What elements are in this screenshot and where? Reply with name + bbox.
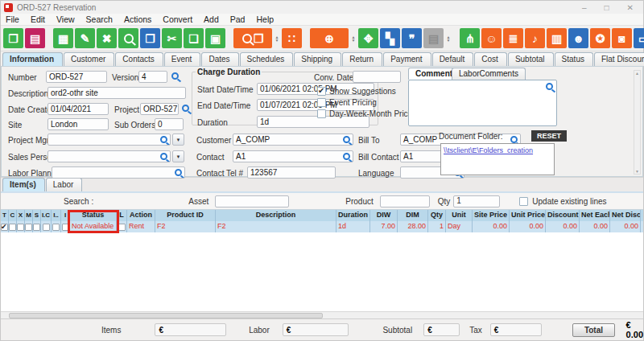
minimize-icon[interactable]: –: [582, 3, 587, 12]
delete-icon[interactable]: ✖: [97, 28, 117, 48]
col-header-unit-price[interactable]: Unit Price: [510, 210, 546, 221]
cell-diw[interactable]: 7.00: [370, 221, 398, 232]
comments-search-icon[interactable]: [546, 83, 553, 90]
project-mgr-field[interactable]: [47, 134, 171, 146]
tab-cost[interactable]: Cost: [474, 52, 507, 66]
cell-net-each[interactable]: 0.00: [580, 221, 610, 232]
cell-dim[interactable]: 28.00: [398, 221, 428, 232]
tab-dates[interactable]: Dates: [201, 52, 238, 66]
sales-person-dropdown[interactable]: ▼: [172, 150, 184, 162]
document-folder-link[interactable]: \\tsclient\E\Folders_creation: [444, 146, 533, 154]
col-header-net-disc[interactable]: Net Disc: [610, 210, 641, 221]
col-header-i[interactable]: I..: [52, 210, 61, 221]
qty-input[interactable]: 1: [453, 195, 500, 207]
menu-actions[interactable]: Actions: [124, 14, 151, 24]
col-header-t[interactable]: T: [1, 210, 9, 221]
product-input[interactable]: [380, 195, 430, 207]
menu-file[interactable]: File: [6, 14, 19, 24]
cell-duration[interactable]: 1d: [336, 221, 370, 232]
cell-status[interactable]: Not Available: [70, 221, 117, 232]
row-checkbox-s[interactable]: [33, 221, 41, 232]
tab-contacts[interactable]: Contacts: [115, 52, 163, 66]
row-checkbox-c[interactable]: [9, 221, 17, 232]
menu-pad[interactable]: Pad: [230, 14, 246, 24]
col-header-product-id[interactable]: Product ID: [155, 210, 216, 221]
music-icon[interactable]: ♪: [525, 28, 545, 48]
cell-l-check[interactable]: [117, 221, 127, 232]
copy-icon[interactable]: ❏: [184, 28, 204, 48]
col-header-description[interactable]: Description: [216, 210, 336, 221]
col-header-unit[interactable]: Unit: [446, 210, 473, 221]
menu-convert[interactable]: Convert: [163, 14, 192, 24]
paste-icon[interactable]: ▣: [205, 28, 225, 48]
row-checkbox-t[interactable]: [1, 221, 9, 232]
labor-planner-search-icon[interactable]: [175, 169, 182, 176]
notes-icon[interactable]: ≣: [503, 28, 523, 48]
tab-item-s[interactable]: Item(s): [2, 178, 45, 191]
save-icon[interactable]: ▦: [53, 28, 73, 48]
comments-box[interactable]: [408, 80, 557, 126]
col-header-site-price[interactable]: Site Price: [473, 210, 510, 221]
sales-person-search-icon[interactable]: [160, 153, 167, 160]
tab-customer[interactable]: Customer: [64, 52, 114, 66]
maximize-icon[interactable]: □: [605, 3, 609, 12]
tab-shipping[interactable]: Shipping: [294, 52, 341, 66]
project-search-icon[interactable]: [182, 105, 189, 112]
cell-discount[interactable]: 0.00: [546, 221, 580, 232]
menu-search[interactable]: Search: [86, 14, 113, 24]
col-header-x[interactable]: X: [17, 210, 25, 221]
col-header-m[interactable]: M: [25, 210, 33, 221]
options-dots-icon[interactable]: ∷: [282, 28, 302, 48]
toolbar-spinner[interactable]: ▲▼: [350, 28, 357, 48]
cell-unit[interactable]: Day: [446, 221, 473, 232]
col-header-action[interactable]: Action: [127, 210, 155, 221]
tab-labor[interactable]: Labor: [46, 178, 83, 191]
search-icon[interactable]: [118, 28, 138, 48]
tab-subtotal[interactable]: Subtotal: [508, 52, 554, 66]
close-icon[interactable]: ✕: [627, 3, 634, 12]
tab-schedules[interactable]: Schedules: [240, 52, 294, 66]
col-header-status[interactable]: Status: [70, 210, 117, 221]
number-field[interactable]: ORD-527: [46, 71, 107, 83]
edit-icon[interactable]: ✎: [75, 28, 95, 48]
project-mgr-search-icon[interactable]: [160, 136, 167, 143]
chat-person-icon[interactable]: ☻: [568, 28, 588, 48]
menu-edit[interactable]: Edit: [31, 14, 45, 24]
col-header-qty[interactable]: Qty: [428, 210, 446, 221]
version-field[interactable]: 4: [138, 71, 167, 83]
tab-labor-comments[interactable]: LaborComments: [452, 68, 526, 80]
tab-status[interactable]: Status: [555, 52, 593, 66]
site-field[interactable]: London: [47, 118, 109, 130]
project-field[interactable]: ORD-527: [140, 103, 179, 115]
cell-net-disc[interactable]: 0.00: [610, 221, 641, 232]
conv-date-field[interactable]: [353, 71, 401, 83]
tab-return[interactable]: Return: [342, 52, 382, 66]
cell-amount[interactable]: [641, 221, 643, 232]
date-created-field[interactable]: 01/04/2021: [47, 103, 109, 115]
scrollbar-thumb[interactable]: [9, 313, 323, 318]
project-mgr-dropdown[interactable]: ▼: [172, 134, 184, 146]
new-document-icon[interactable]: ❐: [3, 28, 23, 48]
cut-icon[interactable]: ✂: [162, 28, 182, 48]
cell-product-id[interactable]: F2: [155, 221, 216, 232]
smiley-icon[interactable]: ☺: [481, 28, 502, 48]
clipboard-icon[interactable]: ▥: [547, 28, 567, 48]
row-checkbox-m[interactable]: [25, 221, 33, 232]
row-checkbox-i[interactable]: [61, 221, 70, 232]
tab-information[interactable]: Information: [2, 52, 63, 66]
toolbar-spinner[interactable]: ▲▼: [445, 28, 452, 48]
cell-unit-price[interactable]: 0.00: [510, 221, 546, 232]
asset-input[interactable]: [215, 195, 289, 207]
dwm-pricing-checkbox[interactable]: [317, 109, 326, 118]
reset-button[interactable]: RESET: [531, 130, 567, 142]
panel-vertical-scrollbar[interactable]: ▲▼: [634, 70, 641, 175]
contact-search-icon[interactable]: [343, 153, 350, 160]
contact-field[interactable]: A1: [233, 150, 353, 162]
description-field[interactable]: ord2-othr site: [47, 87, 186, 99]
expand-icon[interactable]: ✥: [358, 28, 378, 48]
photo-icon[interactable]: ◙: [612, 28, 632, 48]
customer-search-icon[interactable]: [343, 136, 350, 143]
tab-payment[interactable]: Payment: [383, 52, 431, 66]
col-header-duration[interactable]: Duration: [336, 210, 370, 221]
truck-icon[interactable]: ▭: [634, 28, 644, 48]
